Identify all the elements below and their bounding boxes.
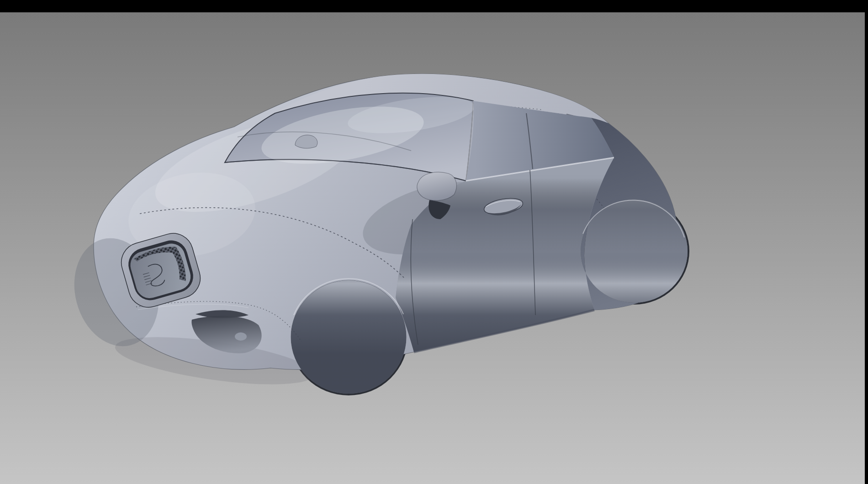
side-mirror xyxy=(417,172,457,200)
letterbox-right-bar xyxy=(865,0,868,484)
app-window xyxy=(0,0,868,484)
fog-lamp xyxy=(235,332,247,341)
render-canvas xyxy=(0,0,868,484)
letterbox-top-bar xyxy=(0,0,868,12)
